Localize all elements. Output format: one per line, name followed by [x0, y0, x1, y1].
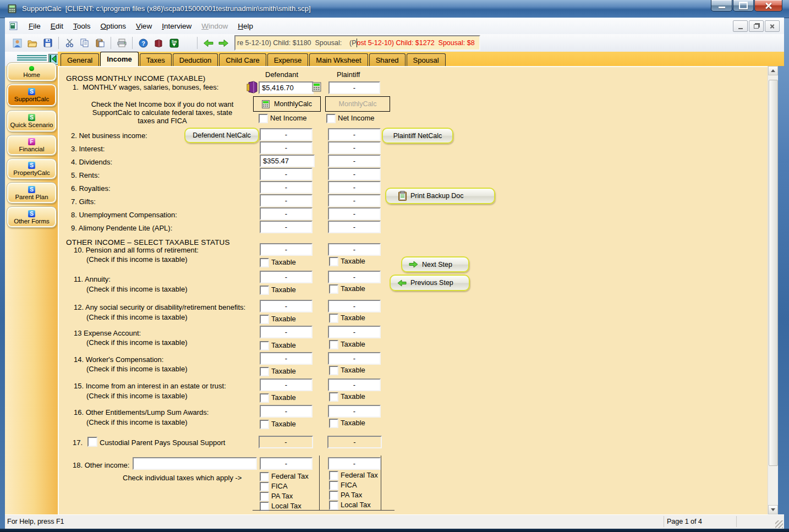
tab-general[interactable]: General — [61, 53, 99, 66]
sidebar-item-financial[interactable]: F Financial — [7, 135, 57, 156]
plaintiff-social-security-input[interactable]: - — [328, 300, 381, 312]
help-button[interactable]: ? — [136, 36, 150, 50]
sidebar-item-parent-plan[interactable]: S Parent Plan — [7, 182, 57, 204]
plaintiff-rents-input[interactable]: - — [328, 168, 381, 180]
defendant-netcalc-button[interactable]: Defendent NetCalc — [184, 128, 259, 143]
menu-help[interactable]: Help — [233, 20, 258, 32]
paste-button[interactable] — [93, 36, 107, 50]
plaintiff-apl-input[interactable]: - — [328, 221, 381, 233]
plaintiff-entitlements-taxable-checkbox[interactable] — [329, 419, 338, 428]
print-button[interactable] — [114, 36, 129, 50]
menu-edit[interactable]: Edit — [46, 20, 68, 32]
menu-tools[interactable]: Tools — [68, 20, 96, 32]
support-summary-field[interactable]: re 5-12-10) Child: $1180 Spousal: (Post … — [234, 35, 480, 51]
defendant-net-income-checkbox[interactable] — [259, 114, 268, 123]
tab-shared[interactable]: Shared — [369, 53, 406, 66]
plaintiff-net-business-input[interactable]: - — [328, 128, 381, 141]
plaintiff-pension-input[interactable]: - — [328, 243, 381, 256]
defendant-estate-trust-input[interactable]: - — [260, 379, 313, 391]
defendant-workers-comp-taxable-checkbox[interactable] — [260, 367, 269, 376]
plaintiff-local-tax-checkbox[interactable] — [329, 501, 338, 510]
next-step-button[interactable]: Next Step — [401, 256, 469, 272]
defendant-federal-tax-checkbox[interactable] — [260, 472, 269, 481]
plaintiff-fica-checkbox[interactable] — [329, 481, 338, 490]
manual-button[interactable] — [151, 36, 166, 50]
defendant-royalties-input[interactable]: - — [260, 181, 313, 194]
sidebar-item-quick-scenario[interactable]: S Quick Scenario — [7, 110, 57, 132]
defendant-pa-tax-checkbox[interactable] — [260, 492, 269, 501]
defendant-pension-input[interactable]: - — [260, 243, 313, 256]
close-button[interactable] — [754, 0, 782, 12]
defendant-interest-input[interactable]: - — [260, 141, 313, 154]
software-update-button[interactable]: Sw — [167, 36, 181, 50]
previous-arrow-button[interactable] — [201, 36, 215, 50]
defendant-workers-comp-input[interactable]: - — [260, 352, 313, 365]
mdi-restore-button[interactable] — [749, 20, 764, 32]
sidebar-item-propertycalc[interactable]: S PropertyCalc — [7, 158, 57, 179]
tab-taxes[interactable]: Taxes — [140, 53, 172, 66]
plaintiff-social-security-taxable-checkbox[interactable] — [329, 314, 338, 323]
open-button[interactable] — [25, 36, 40, 50]
defendant-unemployment-input[interactable]: - — [260, 207, 313, 220]
menu-interview[interactable]: Interview — [157, 20, 196, 32]
plaintiff-pension-taxable-checkbox[interactable] — [329, 257, 338, 266]
menu-view[interactable]: View — [131, 20, 157, 32]
defendant-annuity-input[interactable]: - — [260, 271, 313, 283]
defendant-entitlements-taxable-checkbox[interactable] — [260, 420, 269, 429]
plaintiff-gifts-input[interactable]: - — [328, 194, 381, 207]
other-income-description-input[interactable] — [133, 457, 257, 470]
defendant-apl-input[interactable]: - — [260, 221, 313, 233]
tab-spousal[interactable]: Spousal — [407, 53, 446, 66]
plaintiff-expense-account-taxable-checkbox[interactable] — [329, 340, 338, 349]
ledger-book-icon[interactable] — [246, 81, 258, 94]
sidebar-item-home[interactable]: Home — [7, 62, 57, 81]
vertical-scrollbar[interactable] — [768, 66, 778, 514]
plaintiff-estate-trust-input[interactable]: - — [328, 379, 381, 391]
scroll-up-button[interactable] — [768, 66, 778, 75]
plaintiff-workers-comp-taxable-checkbox[interactable] — [329, 366, 338, 375]
tab-main-wksheet[interactable]: Main Wksheet — [309, 53, 368, 66]
save-button[interactable] — [41, 36, 55, 50]
minimize-button[interactable] — [711, 0, 732, 12]
plaintiff-wages-input[interactable]: - — [328, 81, 380, 94]
maximize-button[interactable] — [733, 0, 754, 12]
plaintiff-workers-comp-input[interactable]: - — [328, 352, 381, 365]
resize-grip[interactable] — [775, 520, 783, 528]
mdi-close-button[interactable] — [765, 20, 780, 32]
plaintiff-royalties-input[interactable]: - — [328, 181, 381, 194]
client-info-button[interactable] — [10, 36, 24, 50]
tab-deduction[interactable]: Deduction — [173, 53, 218, 66]
tab-income[interactable]: Income — [100, 52, 139, 66]
plaintiff-expense-account-input[interactable]: - — [328, 326, 381, 338]
print-backup-doc-button[interactable]: Print Backup Doc — [385, 188, 495, 204]
calculator-icon[interactable] — [312, 82, 321, 92]
defendant-gifts-input[interactable]: - — [260, 194, 313, 207]
defendant-dividends-input[interactable]: $355.47 — [260, 155, 315, 167]
scroll-down-button[interactable] — [768, 505, 778, 514]
defendant-estate-trust-taxable-checkbox[interactable] — [260, 393, 269, 403]
sidebar-item-supportcalc[interactable]: S SupportCalc — [7, 84, 57, 107]
menu-options[interactable]: Options — [96, 20, 132, 32]
sidebar-item-other-forms[interactable]: S Other Forms — [7, 206, 57, 228]
custodial-parent-checkbox[interactable] — [87, 437, 97, 447]
tab-child-care[interactable]: Child Care — [219, 53, 266, 66]
plaintiff-federal-tax-checkbox[interactable] — [329, 471, 338, 480]
defendant-social-security-taxable-checkbox[interactable] — [260, 315, 269, 324]
plaintiff-interest-input[interactable]: - — [328, 141, 381, 154]
plaintiff-annuity-taxable-checkbox[interactable] — [329, 284, 338, 294]
defendant-expense-account-taxable-checkbox[interactable] — [260, 341, 269, 350]
cut-button[interactable] — [62, 36, 76, 50]
defendant-other-income-input[interactable]: - — [260, 457, 313, 470]
defendant-entitlements-input[interactable]: - — [260, 405, 313, 418]
defendant-monthlycalc-button[interactable]: MonthlyCalc — [253, 96, 321, 112]
plaintiff-net-income-checkbox[interactable] — [326, 114, 336, 123]
tab-expense[interactable]: Expense — [267, 53, 309, 66]
plaintiff-dividends-input[interactable]: - — [328, 155, 381, 167]
defendant-pension-taxable-checkbox[interactable] — [260, 258, 269, 267]
plaintiff-estate-trust-taxable-checkbox[interactable] — [329, 392, 338, 402]
copy-button[interactable] — [78, 36, 92, 50]
menu-grip-icon[interactable] — [17, 55, 47, 62]
defendant-fica-checkbox[interactable] — [260, 482, 269, 491]
defendant-rents-input[interactable]: - — [260, 168, 313, 180]
mdi-minimize-button[interactable] — [733, 20, 748, 32]
